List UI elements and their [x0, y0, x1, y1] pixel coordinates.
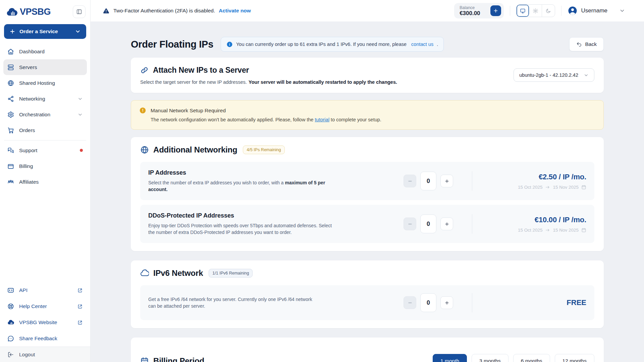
balance-card: Balance €300.00 — [454, 3, 503, 18]
sidebar-item-shared-hosting[interactable]: Shared Hosting — [3, 75, 87, 91]
decrement-button[interactable] — [404, 218, 416, 230]
attach-server-card: Attach New IPs to a Server Select the ta… — [131, 58, 604, 93]
shopping-cart-icon — [7, 127, 14, 134]
ipv6-title: IPv6 Network — [153, 268, 203, 278]
theme-dark-button[interactable] — [542, 5, 555, 17]
sidebar-item-billing[interactable]: Billing — [3, 158, 87, 174]
main-area: Two-Factor Authentication (2FA) is disab… — [91, 0, 644, 362]
date-from: 15 Oct 2025 — [518, 185, 543, 190]
warning-triangle-icon — [103, 7, 110, 14]
sidebar-item-servers[interactable]: Servers — [3, 59, 87, 75]
chain-link-icon — [140, 66, 149, 74]
ipv6-row: Get a free IPv6 /64 network for you serv… — [140, 285, 594, 320]
row-divider — [472, 171, 472, 191]
sidebar-item-vpsbg-website[interactable]: VPSBG Website — [3, 314, 87, 330]
sidebar-item-share-feedback[interactable]: Share Feedback — [3, 330, 87, 347]
increment-button[interactable] — [440, 175, 453, 187]
ipv6-quantity-value[interactable]: 0 — [420, 293, 436, 312]
gear-icon — [7, 111, 14, 118]
logout-icon — [7, 351, 14, 358]
arrow-right-icon — [545, 185, 550, 190]
sidebar-item-label: Affiliates — [19, 179, 39, 185]
ipv6-price: FREE — [486, 298, 586, 307]
undo-arrow-icon — [576, 42, 582, 47]
sidebar-item-support[interactable]: Support — [3, 142, 87, 158]
ipv6-network-card: IPv6 Network 1/1 IPv6 Remaining Get a fr… — [131, 260, 604, 328]
sidebar-nav: Dashboard Servers Shared Hosting Network… — [0, 42, 90, 190]
theme-system-button[interactable] — [517, 5, 529, 17]
arrow-right-icon — [545, 228, 550, 233]
external-link-icon — [77, 304, 83, 309]
plus-icon — [444, 222, 449, 227]
theme-toggle-group — [516, 4, 555, 17]
brand-logo[interactable]: VPSBG — [6, 7, 51, 17]
back-button[interactable]: Back — [569, 37, 604, 51]
server-select[interactable]: ubuntu-2gb-1 - 42.120.2.42 — [514, 68, 594, 82]
sidebar-item-affiliates[interactable]: Affiliates — [3, 174, 87, 190]
billing-period-title: Billing Period — [153, 356, 204, 362]
ddos-quantity-stepper: 0 — [404, 215, 453, 233]
plus-icon — [9, 28, 15, 35]
globe-icon — [140, 145, 149, 154]
wallet-icon — [7, 163, 14, 170]
add-funds-button[interactable] — [490, 5, 501, 16]
period-12-months-button[interactable]: 12 months — [555, 354, 594, 362]
logout-button[interactable]: Logout — [0, 347, 90, 362]
contact-us-link[interactable]: contact us — [411, 42, 433, 47]
home-icon — [7, 48, 14, 55]
billing-period-options: 1 month 3 months 6 months 12 months — [433, 354, 594, 362]
billing-period-card: Billing Period 1 month 3 months 6 months… — [131, 338, 604, 362]
sidebar-item-orders[interactable]: Orders — [3, 122, 87, 138]
info-icon — [226, 41, 233, 48]
quota-info-suffix: . — [437, 42, 438, 47]
theme-light-button[interactable] — [529, 5, 542, 17]
panel-left-icon — [76, 9, 82, 15]
attach-desc-bold: Your server will be automatically restar… — [249, 79, 397, 85]
sidebar-item-networking[interactable]: Networking — [3, 91, 87, 107]
share-nodes-icon — [7, 96, 14, 102]
cloud-logo-icon — [6, 7, 17, 17]
manual-setup-warning: Manual Network Setup Required The networ… — [131, 100, 604, 130]
sidebar-item-dashboard[interactable]: Dashboard — [3, 44, 87, 59]
topbar-separator — [510, 6, 510, 16]
user-menu[interactable]: Username — [568, 6, 625, 16]
networking-title: Additional Networking — [153, 145, 237, 155]
ddos-quantity-value[interactable]: 0 — [420, 215, 436, 233]
sidebar: VPSBG Order a Service Dashboard Servers … — [0, 0, 91, 362]
activate-now-link[interactable]: Activate now — [219, 8, 251, 14]
row-divider — [472, 214, 472, 234]
tutorial-link[interactable]: tutorial — [315, 117, 330, 122]
period-6-months-button[interactable]: 6 months — [513, 354, 550, 362]
increment-button[interactable] — [440, 218, 453, 230]
sidebar-item-label: VPSBG Website — [19, 319, 57, 325]
cloud-brand-icon — [7, 319, 14, 326]
period-1-month-button[interactable]: 1 month — [433, 354, 467, 362]
ddos-ip-desc: Enjoy top-tier DDoS Protection with spee… — [148, 223, 332, 235]
avatar-icon — [568, 6, 578, 16]
period-3-months-button[interactable]: 3 months — [472, 354, 508, 362]
decrement-button[interactable] — [404, 175, 416, 187]
sidebar-item-help-center[interactable]: Help Center — [3, 298, 87, 314]
row-divider — [472, 293, 472, 312]
minus-icon — [408, 300, 413, 305]
decrement-button[interactable] — [404, 296, 416, 309]
ip-addresses-desc: Select the number of extra IP addresses … — [148, 180, 284, 185]
increment-button[interactable] — [440, 296, 453, 309]
ip-price: €2.50 / IP /mo. — [486, 173, 586, 181]
chat-bubbles-icon — [7, 147, 14, 154]
date-from: 15 Oct 2025 — [518, 228, 543, 233]
ipv6-desc: Get a free IPv6 /64 network for you serv… — [148, 296, 316, 309]
twofa-alert-text: Two-Factor Authentication (2FA) is disab… — [113, 8, 215, 14]
globe-icon — [7, 80, 14, 86]
order-a-service-button[interactable]: Order a Service — [4, 24, 86, 39]
sidebar-collapse-button[interactable] — [73, 5, 86, 18]
ip-quantity-value[interactable]: 0 — [420, 172, 436, 190]
twofa-alert: Two-Factor Authentication (2FA) is disab… — [103, 7, 251, 14]
sidebar-item-api[interactable]: API — [3, 282, 87, 298]
sidebar-item-orchestration[interactable]: Orchestration — [3, 107, 87, 122]
back-label: Back — [585, 41, 597, 47]
sidebar-item-label: Orders — [19, 127, 35, 133]
moon-icon — [545, 8, 551, 14]
sidebar-item-label: Support — [19, 147, 37, 154]
ddos-price: €10.00 / IP /mo. — [486, 216, 586, 224]
